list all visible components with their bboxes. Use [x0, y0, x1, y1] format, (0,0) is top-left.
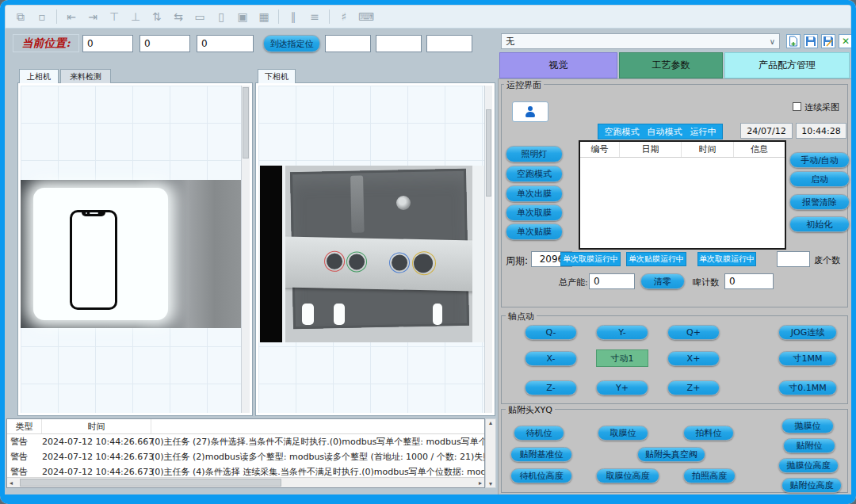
select-icon[interactable]: ⧉ — [13, 10, 28, 24]
save-icon — [805, 36, 816, 47]
q-plus-button[interactable]: Q+ — [667, 325, 720, 340]
center-vertical-icon[interactable]: ⇅ — [150, 10, 164, 23]
discard-film-position-button[interactable]: 抛膜位 — [781, 418, 834, 433]
start-button[interactable]: 启动 — [789, 171, 850, 187]
single-attach-film-button[interactable]: 单次贴膜 — [506, 223, 563, 240]
position-z-field[interactable]: 0 — [197, 35, 254, 52]
delete-recipe-button[interactable]: ✕ — [839, 34, 853, 48]
rubber-band-icon[interactable]: ▫ — [35, 10, 49, 23]
user-button[interactable] — [512, 101, 548, 122]
log-horizontal-scrollbar[interactable]: ◂ ▸ — [7, 477, 484, 487]
scrollbar-thumb[interactable] — [243, 87, 249, 158]
center-horizontal-icon[interactable]: ⇆ — [171, 10, 185, 23]
tab-order-icon[interactable]: ♯ — [337, 10, 351, 23]
pick-film-position-button[interactable]: 取膜位 — [598, 426, 648, 441]
keyboard-icon[interactable]: ⌨ — [358, 10, 373, 23]
initialize-button[interactable]: 初始化 — [789, 216, 850, 232]
attach-height-button[interactable]: 贴附位高度 — [781, 478, 842, 493]
dry-run-mode-button[interactable]: 空跑模式 — [506, 166, 563, 182]
upper-camera-scrollbar[interactable] — [241, 86, 250, 413]
pick-film-height-button[interactable]: 取膜位高度 — [596, 468, 659, 483]
phone-camera-dot — [86, 212, 87, 214]
scroll-left-icon[interactable]: ◂ — [10, 479, 13, 487]
standby-height-button[interactable]: 待机位高度 — [510, 468, 572, 483]
detection-ring-yellow — [412, 251, 437, 276]
lower-camera-scrollbar[interactable] — [484, 86, 492, 413]
goto-position-button[interactable]: 到达指定位 — [263, 35, 320, 52]
step-01mm-button[interactable]: 寸0.1MM — [778, 380, 837, 395]
position-y-field[interactable]: 0 — [139, 35, 190, 52]
total-output-field[interactable]: 0 — [589, 273, 635, 289]
scroll-up-icon[interactable]: ▴ — [489, 419, 492, 426]
save-as-recipe-button[interactable] — [821, 34, 835, 48]
single-attach-running-status: 单次贴膜运行中 — [626, 252, 686, 266]
scrollbar-thumb[interactable] — [486, 109, 491, 197]
photo-position-button[interactable]: 拍料位 — [683, 426, 734, 441]
single-pick-film-button[interactable]: 单次取膜 — [506, 204, 563, 221]
tab-upper-camera[interactable]: 上相机 — [19, 69, 59, 83]
log-vertical-scrollbar[interactable]: ▴ ▾ — [485, 418, 496, 488]
same-width-icon[interactable]: ▭ — [193, 10, 207, 23]
attach-head-label: 贴附头XYQ — [506, 404, 555, 416]
punch-count-field[interactable]: 0 — [724, 273, 774, 289]
axis-jog-label: 轴点动 — [506, 311, 537, 323]
target-y-field[interactable] — [376, 35, 422, 52]
backlight-window — [33, 188, 168, 320]
attach-position-button[interactable]: 贴附位 — [783, 438, 835, 453]
space-across-icon[interactable]: ∥ — [286, 10, 300, 23]
jog-continuous-button[interactable]: JOG连续 — [778, 325, 837, 340]
standby-position-button[interactable]: 待机位 — [514, 426, 564, 441]
tab-vision[interactable]: 视觉 — [499, 52, 617, 78]
q-minus-button[interactable]: Q- — [525, 325, 577, 340]
log-message: (0)主任务 (27)条件选择.当条件不满足时执行.(0)modbus写单个整型… — [151, 436, 484, 448]
continuous-capture-checkbox[interactable] — [793, 102, 801, 111]
scroll-down-icon[interactable]: ▾ — [489, 480, 492, 487]
tab-lower-camera[interactable]: 下相机 — [258, 69, 296, 83]
space-down-icon[interactable]: ≡ — [308, 10, 322, 23]
scrollbar-thumb[interactable] — [20, 479, 281, 487]
size-to-grid-icon[interactable]: ▦ — [257, 10, 271, 23]
align-right-icon[interactable]: ⇥ — [86, 10, 100, 23]
waste-count-field[interactable] — [777, 251, 810, 267]
target-z-field[interactable] — [426, 35, 472, 52]
tab-product-recipe-mgmt[interactable]: 产品配方管理 — [724, 52, 850, 78]
x-plus-button[interactable]: X+ — [667, 351, 720, 366]
z-minus-button[interactable]: Z- — [525, 380, 577, 395]
new-recipe-button[interactable] — [786, 34, 801, 48]
bottom-cutout — [334, 304, 345, 325]
y-minus-button[interactable]: Y- — [596, 325, 648, 340]
application-window: ⧉ ▫ ⇤ ⇥ ⊤ ⊥ ⇅ ⇆ ▭ ▯ ▣ ▦ ∥ ≡ ♯ ⌨ 当前位置: 0 … — [0, 0, 856, 504]
align-top-icon[interactable]: ⊤ — [107, 10, 121, 23]
same-size-icon[interactable]: ▣ — [235, 10, 250, 23]
clear-count-button[interactable]: 清零 — [640, 273, 685, 289]
scroll-right-icon[interactable]: ▸ — [479, 479, 482, 487]
attach-reference-position-button[interactable]: 贴附基准位 — [510, 447, 572, 462]
log-type: 警告 — [7, 466, 42, 478]
same-height-icon[interactable]: ▯ — [214, 10, 228, 23]
z-plus-button[interactable]: Z+ — [667, 380, 720, 395]
tab-incoming-inspection[interactable]: 来料检测 — [60, 69, 111, 83]
log-time: 2024-07-12 10:44:26.673 — [42, 452, 151, 462]
step-1mm-button[interactable]: 寸1MM — [778, 351, 837, 366]
photo-height-button[interactable]: 拍照高度 — [683, 468, 736, 483]
manual-auto-button[interactable]: 手动/自动 — [789, 152, 850, 168]
target-x-field[interactable] — [325, 35, 371, 52]
single-eject-film-button[interactable]: 单次出膜 — [506, 185, 563, 202]
discard-film-height-button[interactable]: 抛膜位高度 — [778, 458, 839, 473]
upper-camera-image — [21, 180, 241, 328]
log-row[interactable]: 警告 2024-07-12 10:44:26.673 (0)主任务 (2)mod… — [7, 449, 484, 464]
attach-head-vacuum-valve-button[interactable]: 贴附头真空阀 — [637, 447, 705, 462]
lighting-button[interactable]: 照明灯 — [506, 146, 563, 162]
tab-process-params[interactable]: 工艺参数 — [619, 52, 723, 78]
x-minus-button[interactable]: X- — [525, 351, 577, 366]
save-recipe-button[interactable] — [804, 34, 818, 48]
position-x-field[interactable]: 0 — [82, 35, 133, 52]
y-plus-button[interactable]: Y+ — [596, 380, 648, 395]
col-info: 信息 — [734, 142, 785, 157]
align-left-icon[interactable]: ⇤ — [64, 10, 78, 23]
time-display: 10:44:28 — [796, 123, 846, 139]
alarm-clear-button[interactable]: 报警清除 — [789, 194, 850, 210]
align-bottom-icon[interactable]: ⊥ — [128, 10, 143, 23]
log-row[interactable]: 警告 2024-07-12 10:44:26.667 (0)主任务 (27)条件… — [7, 434, 484, 449]
recipe-combobox[interactable]: 无 ∨ — [501, 33, 780, 49]
